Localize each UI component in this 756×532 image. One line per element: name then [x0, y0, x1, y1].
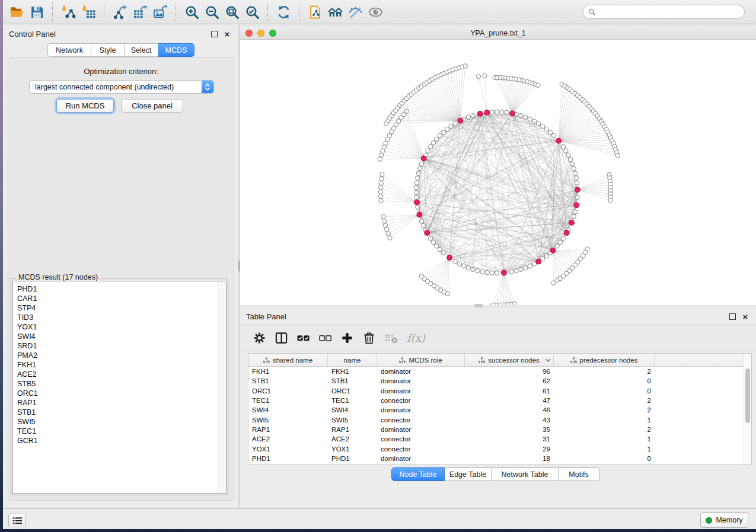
- mcds-result-item[interactable]: PMA2: [13, 351, 218, 360]
- graph-node[interactable]: [524, 266, 528, 270]
- trash-icon[interactable]: [358, 328, 380, 348]
- mcds-result-item[interactable]: RAP1: [13, 398, 218, 408]
- column-header-name[interactable]: name: [328, 354, 377, 366]
- graph-node[interactable]: [421, 223, 425, 227]
- mcds-result-item[interactable]: SWI5: [13, 417, 218, 427]
- graph-hub-node[interactable]: [447, 255, 452, 261]
- graph-node[interactable]: [544, 127, 548, 131]
- graph-node[interactable]: [419, 219, 423, 223]
- graph-leaf-node[interactable]: [419, 274, 423, 278]
- graph-node[interactable]: [453, 121, 457, 126]
- uncheck-pair-icon[interactable]: [314, 328, 336, 348]
- graph-hub-node[interactable]: [510, 111, 515, 116]
- tab-network[interactable]: Network: [47, 43, 91, 57]
- graph-node[interactable]: [528, 264, 532, 268]
- export-table-icon[interactable]: [130, 3, 150, 21]
- graph-leaf-node[interactable]: [615, 153, 620, 158]
- zoom-out-icon[interactable]: [202, 3, 222, 21]
- graph-node[interactable]: [575, 181, 579, 185]
- graph-hub-node[interactable]: [484, 110, 490, 116]
- graph-hub-node[interactable]: [556, 138, 562, 143]
- search-box[interactable]: [582, 5, 745, 19]
- mcds-result-item[interactable]: STB1: [13, 408, 218, 417]
- tab-node-table[interactable]: Node Table: [391, 467, 445, 481]
- graph-hub-node[interactable]: [569, 220, 575, 226]
- graph-leaf-node[interactable]: [404, 109, 409, 113]
- graph-node[interactable]: [514, 268, 518, 273]
- graph-node[interactable]: [566, 153, 570, 157]
- memory-button[interactable]: Memory: [700, 512, 748, 528]
- table-scrollbar-thumb[interactable]: [745, 368, 750, 423]
- graph-leaf-node[interactable]: [483, 74, 487, 78]
- import-table-icon[interactable]: [78, 3, 98, 21]
- graph-node[interactable]: [466, 266, 470, 270]
- graph-node[interactable]: [419, 162, 423, 166]
- graph-leaf-node[interactable]: [381, 214, 385, 219]
- graph-hub-node[interactable]: [417, 212, 422, 217]
- graph-node[interactable]: [416, 205, 420, 209]
- graph-node[interactable]: [541, 257, 545, 261]
- graph-node[interactable]: [457, 262, 461, 266]
- task-history-button[interactable]: [8, 514, 26, 527]
- float-table-panel-icon[interactable]: [728, 312, 737, 321]
- tab-mcds[interactable]: MCDS: [158, 43, 194, 57]
- graph-node[interactable]: [414, 185, 419, 190]
- mcds-result-item[interactable]: ORC1: [13, 389, 218, 398]
- graph-node[interactable]: [414, 190, 418, 194]
- graph-hub-node[interactable]: [536, 259, 541, 264]
- graph-node[interactable]: [500, 110, 504, 114]
- graph-node[interactable]: [441, 251, 445, 255]
- graph-hub-node[interactable]: [502, 270, 507, 275]
- export-network-icon[interactable]: [110, 3, 130, 21]
- graph-node[interactable]: [528, 117, 532, 121]
- graph-node[interactable]: [519, 267, 523, 271]
- graph-leaf-node[interactable]: [476, 75, 480, 79]
- graph-node[interactable]: [414, 181, 419, 185]
- table-row[interactable]: SWI4SWI4dominator462: [248, 405, 751, 415]
- graph-node[interactable]: [490, 110, 494, 114]
- close-table-panel-icon[interactable]: ×: [741, 312, 750, 321]
- mcds-result-item[interactable]: SWI4: [13, 332, 218, 341]
- table-scrollbar[interactable]: [744, 354, 751, 464]
- graph-leaf-node[interactable]: [608, 198, 613, 203]
- graph-node[interactable]: [509, 270, 513, 274]
- network-canvas[interactable]: [240, 40, 756, 332]
- houses-icon[interactable]: [325, 3, 345, 21]
- graph-leaf-node[interactable]: [381, 149, 385, 153]
- plus-icon[interactable]: [336, 328, 358, 348]
- graph-node[interactable]: [445, 127, 449, 131]
- graph-hub-node[interactable]: [574, 203, 579, 208]
- columns-icon[interactable]: [270, 328, 292, 348]
- graph-node[interactable]: [555, 244, 559, 248]
- share-document-icon[interactable]: [305, 3, 325, 21]
- graph-node[interactable]: [495, 271, 499, 275]
- graph-node[interactable]: [453, 259, 457, 264]
- table-row[interactable]: SWI5SWI5connector431: [248, 415, 751, 424]
- graph-node[interactable]: [480, 270, 484, 274]
- tab-edge-table[interactable]: Edge Table: [445, 467, 492, 481]
- graph-leaf-node[interactable]: [378, 190, 382, 194]
- mcds-result-item[interactable]: ACE2: [13, 370, 218, 379]
- graph-node[interactable]: [476, 268, 480, 273]
- graph-node[interactable]: [505, 110, 509, 114]
- graph-node[interactable]: [561, 145, 565, 149]
- mcds-result-item[interactable]: PHD1: [13, 284, 218, 294]
- graph-node[interactable]: [574, 176, 578, 180]
- mcds-result-item[interactable]: FKH1: [13, 360, 218, 370]
- graph-node[interactable]: [426, 149, 430, 153]
- table-row[interactable]: TEC1TEC1connector472: [248, 396, 751, 405]
- graph-leaf-node[interactable]: [378, 157, 382, 161]
- graph-node[interactable]: [575, 196, 579, 200]
- graph-node[interactable]: [537, 121, 541, 126]
- graph-node[interactable]: [548, 130, 553, 134]
- run-mcds-button[interactable]: Run MCDS: [56, 99, 114, 113]
- graph-node[interactable]: [414, 196, 419, 200]
- graph-leaf-node[interactable]: [379, 153, 383, 157]
- graph-leaf-node[interactable]: [379, 185, 383, 190]
- graph-leaf-node[interactable]: [382, 219, 386, 223]
- mcds-result-item[interactable]: YOX1: [13, 322, 218, 332]
- table-row[interactable]: ORC1ORC1dominator610: [248, 386, 751, 396]
- table-row[interactable]: YOX1YOX1connector291: [248, 444, 751, 453]
- mcds-result-item[interactable]: SRD1: [13, 341, 218, 351]
- close-panel-button[interactable]: Close panel: [121, 99, 183, 113]
